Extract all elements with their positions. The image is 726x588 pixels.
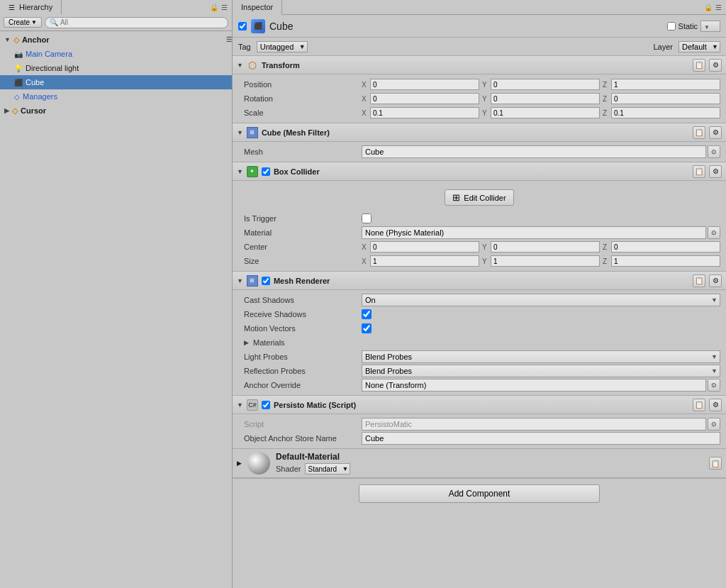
persisto-matic-header[interactable]: ▼ C# Persisto Matic (Script) 📋 ⚙ [233,396,726,414]
material-copy-btn[interactable]: 📋 [709,457,722,470]
scale-y-input[interactable] [491,107,600,118]
anchor-override-select-btn[interactable]: ⊙ [708,379,720,392]
object-anchor-input[interactable] [362,432,720,445]
edit-collider-btn[interactable]: ⊞ Edit Collider [445,189,513,206]
scale-y-field: Y [482,107,600,118]
script-select-btn[interactable]: ⊙ [708,418,720,431]
persisto-matic-checkbox[interactable] [262,401,270,409]
receive-shadows-checkbox[interactable] [362,309,372,319]
material-fold-arrow[interactable]: ▶ [237,460,242,467]
cast-shadows-row: Cast Shadows On Off Two Sided Shadows On… [233,293,726,307]
hierarchy-item-cube[interactable]: ⬛ Cube [0,75,232,89]
mesh-renderer-copy-btn[interactable]: 📋 [693,274,705,287]
box-collider-title: Box Collider [274,167,689,176]
scale-x-input[interactable] [370,107,479,118]
persisto-matic-copy-btn[interactable]: 📋 [693,399,705,411]
persisto-matic-title: Persisto Matic (Script) [274,401,689,409]
inspector-tab-bar: Inspector 🔒 ☰ [233,0,726,15]
size-z-input[interactable] [611,255,720,267]
mesh-filter-copy-btn[interactable]: 📋 [693,126,705,139]
is-trigger-checkbox[interactable] [362,213,372,223]
transform-fold-arrow: ▼ [237,62,243,69]
mesh-renderer-checkbox[interactable] [262,277,270,285]
center-row: Center X Y Z [233,240,726,254]
hierarchy-tab[interactable]: ☰ Hierarchy [0,0,62,14]
object-name: Cube [269,21,663,32]
size-y-input[interactable] [491,255,600,267]
inspector-tab-label: Inspector [241,3,273,11]
position-x-input[interactable] [370,79,479,90]
mesh-renderer-title: Mesh Renderer [274,277,689,285]
position-z-input[interactable] [611,79,720,90]
rotation-y-input[interactable] [491,93,600,104]
mesh-value-input[interactable] [362,145,706,158]
hierarchy-item-managers[interactable]: ◇ Managers [0,89,232,104]
managers-label: Managers [23,92,57,101]
layer-select[interactable]: Default [678,41,720,52]
hierarchy-item-directional-light[interactable]: 💡 Directional light [0,61,232,75]
box-collider-header[interactable]: ▼ ✦ Box Collider 📋 ⚙ [233,162,726,181]
materials-label: Materials [253,338,285,347]
hierarchy-item-main-camera[interactable]: 📷 Main Camera [0,47,232,61]
mesh-renderer-fold-arrow: ▼ [237,277,243,284]
transform-copy-btn[interactable]: 📋 [693,59,705,72]
rotation-xyz: X Y Z [362,93,720,104]
rotation-x-input[interactable] [370,93,479,104]
box-collider-gear-btn[interactable]: ⚙ [709,165,722,178]
receive-shadows-label: Receive Shadows [244,310,357,318]
rotation-z-input[interactable] [611,93,720,104]
hierarchy-item-anchor[interactable]: ▼ ◇ Anchor ☰ [0,33,232,47]
collider-material-input[interactable] [362,226,706,239]
motion-vectors-checkbox[interactable] [362,323,372,333]
create-button[interactable]: Create ▼ [4,17,42,28]
search-box[interactable]: 🔍 [45,17,228,28]
inspector-tab[interactable]: Inspector [233,0,282,15]
static-checkbox[interactable] [667,22,676,30]
inspector-menu-icon[interactable]: ☰ [715,4,722,11]
size-x-input[interactable] [370,255,479,267]
material-sphere-icon [247,452,270,475]
persisto-matic-gear-btn[interactable]: ⚙ [709,399,722,411]
box-collider-checkbox[interactable] [262,167,270,176]
cast-shadows-select[interactable]: On Off Two Sided Shadows Only [362,294,720,306]
search-input[interactable] [60,18,223,26]
anchor-override-input[interactable] [362,379,706,392]
center-z-input[interactable] [611,241,720,253]
hierarchy-menu-icon[interactable]: ☰ [221,4,228,11]
shader-select[interactable]: Standard [305,463,350,475]
mesh-value-field: ⊙ [362,145,720,158]
object-enabled-checkbox[interactable] [238,22,247,30]
mesh-renderer-gear-btn[interactable]: ⚙ [709,274,722,287]
mesh-renderer-header[interactable]: ▼ ⊞ Mesh Renderer 📋 ⚙ [233,272,726,290]
add-component-button[interactable]: Add Component [359,484,600,503]
mesh-filter-body: Mesh ⊙ [233,142,726,162]
reflection-probes-label: Reflection Probes [244,367,357,375]
shader-select-wrapper: Standard ▼ [305,463,350,475]
light-probes-select[interactable]: Blend Probes Off [362,350,720,363]
materials-row[interactable]: ▶ Materials [233,335,726,350]
directional-light-label: Directional light [26,64,79,72]
shader-row: Shader Standard ▼ [276,463,703,475]
hierarchy-item-cursor[interactable]: ▶ ◇ Cursor [0,104,232,118]
reflection-probes-select[interactable]: Blend Probes Off [362,365,720,377]
size-label: Size [244,257,357,265]
scale-y-label: Y [482,109,489,117]
center-x-input[interactable] [370,241,479,253]
scale-z-input[interactable] [611,107,720,118]
static-dropdown[interactable]: ▼ [700,21,720,32]
persisto-matic-icon: C# [247,399,258,411]
position-y-input[interactable] [491,79,600,90]
box-collider-copy-btn[interactable]: 📋 [693,165,705,178]
collider-material-label: Material [244,228,357,237]
mesh-select-btn[interactable]: ⊙ [708,145,720,158]
script-input[interactable] [362,418,706,431]
collider-material-select-btn[interactable]: ⊙ [708,226,720,239]
mesh-filter-gear-btn[interactable]: ⚙ [709,126,722,139]
transform-gear-btn[interactable]: ⚙ [709,59,722,72]
center-y-input[interactable] [491,241,600,253]
transform-header[interactable]: ▼ ⬡ Transform 📋 ⚙ [233,56,726,74]
tag-select[interactable]: Untagged [257,41,308,52]
hierarchy-toolbar: Create ▼ 🔍 [0,14,232,31]
mesh-filter-icon: ⊞ [247,127,258,138]
mesh-filter-header[interactable]: ▼ ⊞ Cube (Mesh Filter) 📋 ⚙ [233,123,726,142]
